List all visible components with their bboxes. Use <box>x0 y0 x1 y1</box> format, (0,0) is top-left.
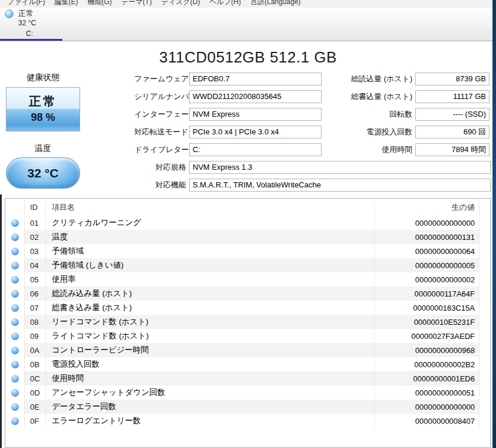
orb-cell <box>5 230 25 244</box>
menu-item[interactable]: ヘルプ(H) <box>204 0 246 8</box>
field-label: シリアルナンバー <box>134 91 186 102</box>
field-value: NVM Express 1.3 <box>189 161 491 174</box>
cell-id: 0A <box>25 343 46 357</box>
stats-field-row: 使用時間7894 時間 <box>345 143 490 156</box>
cell-id: 09 <box>25 329 46 343</box>
orb-cell <box>5 286 25 301</box>
health-percent-value: 98 % <box>6 111 80 124</box>
drive-tab-temperature: 32 °C <box>18 19 36 27</box>
menu-item[interactable]: テーマ(T) <box>117 0 157 8</box>
table-row[interactable]: 03予備領域00000000000064 <box>5 244 490 258</box>
status-orb-icon <box>11 361 19 368</box>
cell-name: コントローラービジー時間 <box>46 343 375 357</box>
orb-cell <box>5 371 25 386</box>
drive-tab-letter: C: <box>26 29 33 38</box>
field-value: S.M.A.R.T., TRIM, VolatileWriteCache <box>189 179 491 192</box>
status-orb-icon <box>11 248 19 255</box>
orb-cell <box>5 386 25 400</box>
menu-item[interactable]: ディスク(D) <box>157 0 205 8</box>
field-value: ---- (SSD) <box>415 108 490 121</box>
orb-cell <box>5 414 25 428</box>
drive-status-orb-icon <box>5 9 14 18</box>
cell-id: 07 <box>25 301 46 315</box>
cell-name: エラーログエントリー数 <box>46 414 375 428</box>
table-row[interactable]: 02温度00000000000131 <box>5 230 490 244</box>
field-value: 8739 GB <box>415 73 490 85</box>
orb-cell <box>5 244 25 258</box>
status-orb-icon <box>11 417 19 425</box>
cell-id: 05 <box>25 272 46 286</box>
cell-raw-value: 00000000000968 <box>375 343 480 357</box>
cell-raw-value: 00000000000131 <box>375 230 480 244</box>
field-value: C: <box>189 143 322 156</box>
cell-id: 0F <box>25 414 46 428</box>
cell-name: 総書き込み量 (ホスト) <box>46 301 375 315</box>
menu-item[interactable]: 言語(Language) <box>246 0 305 8</box>
table-row[interactable]: 08リードコマンド数 (ホスト)00000010E5231F <box>5 315 490 329</box>
cell-id: 01 <box>25 216 46 230</box>
orb-cell <box>5 343 25 357</box>
table-row[interactable]: 06総読み込み量 (ホスト)0000000117A64F <box>5 286 490 301</box>
table-row[interactable]: 09ライトコマンド数 (ホスト)00000027F3AEDF <box>5 329 490 343</box>
cell-raw-value: 00000010E5231F <box>375 315 480 329</box>
health-status-button[interactable]: 正常 98 % <box>6 87 80 131</box>
cell-raw-value: 00000000000005 <box>375 258 480 272</box>
status-orb-icon <box>11 304 19 312</box>
menu-item[interactable]: ファイル(F) <box>2 0 49 8</box>
cell-id: 03 <box>25 244 46 258</box>
stats-fields: 総読込量 (ホスト)8739 GB総書込量 (ホスト)11117 GB回転数--… <box>345 72 490 160</box>
cell-name: アンセーフシャットダウン回数 <box>46 386 375 400</box>
menu-item[interactable]: 機能(G) <box>82 0 116 8</box>
status-orb-icon <box>11 403 19 411</box>
menu-item[interactable]: 編集(E) <box>49 0 82 8</box>
field-value: EDFOB0.7 <box>189 73 322 85</box>
header-raw-value: 生の値 <box>375 199 480 216</box>
cell-id: 0E <box>25 400 46 414</box>
cell-name: データエラー回数 <box>46 400 375 414</box>
status-orb-icon <box>11 375 19 383</box>
cell-raw-value: 000000000002B2 <box>375 357 480 371</box>
table-row[interactable]: 07総書き込み量 (ホスト)0000000163C15A <box>5 301 490 315</box>
orb-cell <box>5 357 25 371</box>
field-value: WWDD211202008035645 <box>189 90 322 103</box>
status-orb-icon <box>11 290 19 298</box>
health-status-label: 健康状態 <box>6 73 80 83</box>
table-row[interactable]: 0C使用時間00000000001ED6 <box>5 371 490 386</box>
status-orb-icon <box>11 219 19 227</box>
table-row[interactable]: 01クリティカルワーニング00000000000000 <box>5 216 490 230</box>
status-orb-icon <box>11 318 19 326</box>
table-row[interactable]: 04予備領域 (しきい値)00000000000005 <box>5 258 490 272</box>
selected-drive-underline <box>0 39 62 41</box>
field-label: 電源投入回数 <box>345 127 412 137</box>
table-row[interactable]: 0Eデータエラー回数00000000000000 <box>5 400 490 414</box>
field-label: 対応機能 <box>134 180 186 190</box>
orb-cell <box>5 315 25 329</box>
menu-bar: ファイル(F)編集(E)機能(G)テーマ(T)ディスク(D)ヘルプ(H)言語(L… <box>0 0 496 8</box>
stats-field-row: 回転数---- (SSD) <box>345 107 490 121</box>
status-orb-icon <box>11 389 19 397</box>
field-value: NVM Express <box>189 108 322 121</box>
smart-table-header: ID 項目名 生の値 <box>5 199 490 216</box>
drive-tab-c[interactable]: 正常 32 °C C: <box>0 8 62 41</box>
table-row[interactable]: 0B電源投入回数000000000002B2 <box>5 357 490 371</box>
cell-raw-value: 00000000000064 <box>375 244 480 258</box>
orb-cell <box>5 258 25 272</box>
table-row[interactable]: 05使用率00000000000002 <box>5 272 490 286</box>
stats-field-row: 電源投入回数690 回 <box>345 125 490 139</box>
cell-raw-value: 0000000117A64F <box>375 286 480 301</box>
field-value: 11117 GB <box>415 90 490 103</box>
status-orb-icon <box>11 347 19 354</box>
stats-field-row: 総読込量 (ホスト)8739 GB <box>345 72 490 85</box>
field-label: ファームウェア <box>134 74 186 84</box>
table-row[interactable]: 0Fエラーログエントリー数00000000008407 <box>5 414 490 428</box>
temperature-label: 温度 <box>6 143 80 154</box>
health-status-value: 正常 <box>6 93 80 110</box>
field-label: インターフェース <box>134 109 186 120</box>
orb-cell <box>5 400 25 414</box>
cell-name: 予備領域 (しきい値) <box>46 258 375 272</box>
cell-raw-value: 00000000001ED6 <box>375 371 480 386</box>
table-row[interactable]: 0Dアンセーフシャットダウン回数00000000000051 <box>5 386 490 400</box>
table-row[interactable]: 0Aコントローラービジー時間00000000000968 <box>5 343 490 357</box>
cell-name: 予備領域 <box>46 244 375 258</box>
smart-table-body: 01クリティカルワーニング0000000000000002温度000000000… <box>5 216 490 428</box>
